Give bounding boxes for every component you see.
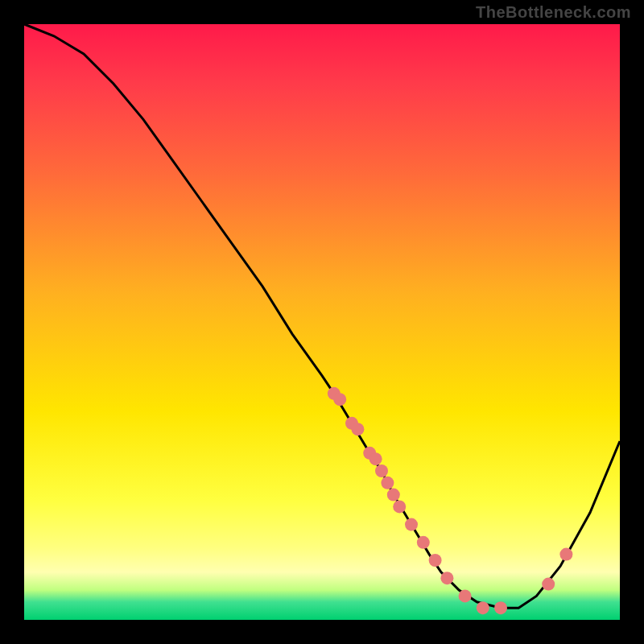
data-marker bbox=[369, 452, 382, 465]
data-marker bbox=[417, 536, 430, 549]
data-marker bbox=[375, 464, 388, 477]
data-marker bbox=[333, 393, 346, 406]
watermark-text: TheBottleneck.com bbox=[476, 3, 631, 22]
data-marker bbox=[393, 500, 406, 513]
plot-area bbox=[24, 24, 620, 620]
data-marker bbox=[429, 554, 442, 567]
data-marker bbox=[381, 477, 394, 489]
data-marker bbox=[440, 572, 453, 584]
data-marker bbox=[405, 518, 418, 531]
data-marker bbox=[542, 578, 555, 591]
data-marker bbox=[387, 489, 400, 502]
chart-svg bbox=[24, 24, 620, 620]
data-marker bbox=[494, 601, 507, 614]
data-markers bbox=[328, 387, 573, 614]
data-marker bbox=[351, 423, 364, 436]
chart-container: TheBottleneck.com bbox=[0, 0, 644, 644]
data-marker bbox=[477, 601, 489, 614]
data-marker bbox=[459, 589, 472, 602]
data-marker bbox=[559, 548, 572, 561]
bottleneck-curve bbox=[24, 24, 620, 608]
